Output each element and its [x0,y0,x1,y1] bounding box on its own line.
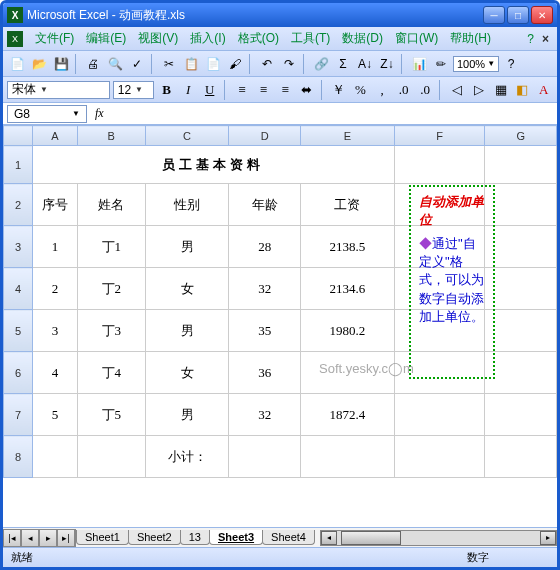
row-header-5[interactable]: 5 [4,310,33,352]
sheet-tab[interactable]: Sheet1 [76,530,129,545]
cell[interactable] [485,268,557,310]
data-cell[interactable]: 1 [33,226,78,268]
dec-decimal-button[interactable]: .0 [416,80,435,100]
data-cell[interactable]: 丁3 [77,310,145,352]
data-cell[interactable]: 男 [145,310,229,352]
cell[interactable] [485,184,557,226]
data-cell[interactable]: 1872.4 [301,394,395,436]
percent-button[interactable]: % [351,80,370,100]
tab-last-button[interactable]: ▸| [57,529,75,547]
menu-insert[interactable]: 插入(I) [184,30,231,47]
align-right-button[interactable]: ≡ [276,80,295,100]
doc-icon[interactable]: X [7,31,23,47]
font-color-button[interactable]: A [534,80,553,100]
fill-color-button[interactable]: ◧ [513,80,532,100]
close-button[interactable]: ✕ [531,6,553,24]
data-cell[interactable]: 35 [229,310,301,352]
cell[interactable] [33,436,78,478]
menu-format[interactable]: 格式(O) [232,30,285,47]
col-header-G[interactable]: G [485,126,557,146]
menu-help[interactable]: 帮助(H) [444,30,497,47]
scroll-thumb[interactable] [341,531,401,545]
header-cell[interactable]: 年龄 [229,184,301,226]
paste-button[interactable]: 📄 [203,54,223,74]
data-cell[interactable]: 丁5 [77,394,145,436]
col-header-D[interactable]: D [229,126,301,146]
menu-file[interactable]: 文件(F) [29,30,80,47]
row-header-4[interactable]: 4 [4,268,33,310]
fx-icon[interactable]: fx [95,106,104,121]
data-cell[interactable]: 32 [229,268,301,310]
print-button[interactable]: 🖨 [83,54,103,74]
row-header-3[interactable]: 3 [4,226,33,268]
data-cell[interactable]: 4 [33,352,78,394]
data-cell[interactable]: 丁1 [77,226,145,268]
tab-prev-button[interactable]: ◂ [21,529,39,547]
chart-button[interactable]: 📊 [409,54,429,74]
subtotal-label[interactable]: 小计： [145,436,229,478]
menu-view[interactable]: 视图(V) [132,30,184,47]
sum-button[interactable]: Σ [333,54,353,74]
sort-asc-button[interactable]: A↓ [355,54,375,74]
cell[interactable] [394,394,485,436]
row-header-8[interactable]: 8 [4,436,33,478]
data-cell[interactable]: 丁2 [77,268,145,310]
header-cell[interactable]: 姓名 [77,184,145,226]
h-scrollbar[interactable]: ◂ ▸ [320,530,557,546]
data-cell[interactable]: 3 [33,310,78,352]
header-cell[interactable]: 工资 [301,184,395,226]
fontsize-combo[interactable]: 12▼ [113,81,155,99]
sheet-tab[interactable]: Sheet2 [128,530,181,545]
title-cell[interactable]: 员工基本资料 [33,146,395,184]
col-header-C[interactable]: C [145,126,229,146]
help-question-icon[interactable]: ? [523,32,538,46]
cut-button[interactable]: ✂ [159,54,179,74]
minimize-button[interactable]: ─ [483,6,505,24]
col-header-B[interactable]: B [77,126,145,146]
cell[interactable] [485,146,557,184]
currency-button[interactable]: ￥ [330,80,349,100]
cell[interactable] [394,436,485,478]
data-cell[interactable]: 2138.5 [301,226,395,268]
sort-desc-button[interactable]: Z↓ [377,54,397,74]
bold-button[interactable]: B [157,80,176,100]
menu-data[interactable]: 数据(D) [336,30,389,47]
undo-button[interactable]: ↶ [257,54,277,74]
align-center-button[interactable]: ≡ [254,80,273,100]
save-button[interactable]: 💾 [51,54,71,74]
copy-button[interactable]: 📋 [181,54,201,74]
doc-close-button[interactable]: × [538,32,553,46]
comma-button[interactable]: , [373,80,392,100]
row-header-1[interactable]: 1 [4,146,33,184]
formula-input[interactable] [112,105,553,123]
font-combo[interactable]: 宋体▼ [7,81,110,99]
underline-button[interactable]: U [200,80,219,100]
new-button[interactable]: 📄 [7,54,27,74]
data-cell[interactable]: 女 [145,352,229,394]
data-cell[interactable]: 男 [145,394,229,436]
data-cell[interactable]: 男 [145,226,229,268]
indent-inc-button[interactable]: ▷ [470,80,489,100]
cell[interactable] [301,436,395,478]
data-cell[interactable]: 女 [145,268,229,310]
cell[interactable] [485,352,557,394]
scroll-left-button[interactable]: ◂ [321,531,337,545]
sheet-tab[interactable]: 13 [180,530,210,545]
sheet-tab[interactable]: Sheet4 [262,530,315,545]
menu-edit[interactable]: 编辑(E) [80,30,132,47]
merge-button[interactable]: ⬌ [297,80,316,100]
menu-window[interactable]: 窗口(W) [389,30,444,47]
header-cell[interactable]: 序号 [33,184,78,226]
select-all-corner[interactable] [4,126,33,146]
data-cell[interactable]: 丁4 [77,352,145,394]
format-painter-button[interactable]: 🖌 [225,54,245,74]
cell[interactable] [77,436,145,478]
spell-button[interactable]: ✓ [127,54,147,74]
data-cell[interactable]: 36 [229,352,301,394]
cell[interactable] [485,226,557,268]
cell[interactable] [485,436,557,478]
drawing-button[interactable]: ✏ [431,54,451,74]
data-cell[interactable]: 28 [229,226,301,268]
name-box[interactable]: G8▼ [7,105,87,123]
data-cell[interactable]: 32 [229,394,301,436]
